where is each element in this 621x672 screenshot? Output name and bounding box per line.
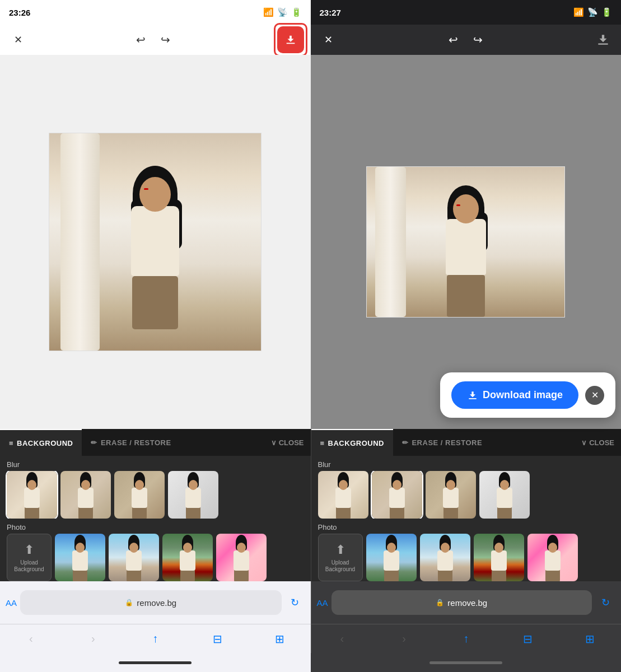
left-blur-section: Blur — [0, 456, 311, 519]
left-close-label: CLOSE — [279, 438, 304, 447]
right-photo-thumb-4[interactable] — [527, 534, 578, 581]
head-hair-group — [139, 171, 171, 212]
left-forward-button[interactable]: › — [81, 627, 105, 651]
right-undo-button[interactable]: ↩ — [442, 29, 465, 51]
right-upload-thumb[interactable]: ⬆ UploadBackground — [318, 534, 363, 581]
right-aa-label[interactable]: AA — [317, 598, 328, 608]
download-popup-label: Download image — [483, 389, 563, 401]
download-image-button[interactable]: Download image — [451, 381, 578, 409]
left-url-text: remove.bg — [137, 598, 176, 608]
left-redo-button[interactable]: ↪ — [154, 29, 176, 51]
left-toolbar: ✕ ↩ ↪ — [0, 25, 311, 55]
left-photo-frame — [49, 133, 262, 351]
left-blur-bg-4 — [168, 471, 218, 519]
right-upload-icon: ⬆ — [335, 543, 345, 557]
home-indicators — [0, 653, 621, 672]
right-battery-icon: 🔋 — [601, 7, 612, 17]
left-status-bar: 23:26 📶 📡 🔋 — [0, 0, 311, 25]
right-canvas: Download image ✕ — [311, 55, 622, 429]
left-bookmarks-button[interactable]: ⊟ — [205, 627, 230, 651]
right-close-label: CLOSE — [589, 438, 614, 447]
left-wifi-icon: 📡 — [277, 7, 288, 17]
right-tabs-button[interactable]: ⊞ — [578, 627, 603, 651]
tp3 — [114, 471, 165, 519]
right-toolbar: ✕ ↩ ↪ — [311, 25, 622, 55]
download-icon — [284, 34, 297, 46]
right-home-bar — [429, 661, 502, 664]
left-upload-thumb[interactable]: ⬆ UploadBackground — [7, 534, 52, 581]
right-download-button[interactable] — [592, 29, 614, 51]
right-bottom-panel: ≡ BACKGROUND ✏ ERASE / RESTORE ∨ CLOSE B… — [311, 429, 622, 581]
left-tab-background[interactable]: ≡ BACKGROUND — [0, 429, 82, 456]
left-blur-bg-1 — [7, 471, 57, 519]
right-nav: ‹ › ↑ ⊟ ⊞ — [311, 624, 622, 653]
left-close-button[interactable]: ✕ — [7, 29, 29, 51]
right-status-icons: 📶 📡 🔋 — [573, 7, 612, 17]
right-photo-frame — [366, 166, 565, 318]
right-close-chevron: ∨ — [581, 438, 587, 447]
right-url-text: remove.bg — [447, 598, 487, 608]
right-body-bottom — [447, 275, 485, 317]
left-blur-thumb-3[interactable] — [114, 471, 165, 519]
right-refresh-button[interactable]: ↻ — [595, 592, 615, 613]
bottom-panels: ≡ BACKGROUND ✏ ERASE / RESTORE ∨ CLOSE B… — [0, 429, 621, 581]
right-erase-label: ERASE / RESTORE — [412, 438, 482, 447]
tp2 — [60, 471, 111, 519]
left-aa-label[interactable]: AA — [6, 598, 17, 608]
left-canvas — [0, 55, 311, 429]
right-close-button[interactable]: ✕ — [317, 29, 340, 51]
right-bookmarks-button[interactable]: ⊟ — [516, 627, 540, 651]
right-photo-thumb-1[interactable] — [366, 534, 417, 581]
left-head — [139, 177, 171, 212]
right-blur-thumb-4[interactable] — [479, 471, 530, 519]
right-tab-background[interactable]: ≡ BACKGROUND — [311, 429, 393, 456]
right-share-button[interactable]: ↑ — [454, 627, 478, 651]
left-download-button[interactable] — [277, 26, 304, 53]
right-blur-thumb-1[interactable] — [318, 471, 368, 519]
left-tabs-button[interactable]: ⊞ — [267, 627, 292, 651]
left-blur-bg-2 — [60, 471, 111, 519]
right-photo-thumb-3[interactable] — [474, 534, 524, 581]
right-time: 23:27 — [320, 8, 341, 17]
right-person-container — [367, 167, 564, 317]
left-tab-close[interactable]: ∨ CLOSE — [264, 429, 311, 456]
right-photo-thumb-2[interactable] — [420, 534, 470, 581]
right-bg-icon: ≡ — [320, 439, 325, 447]
left-bg-column — [60, 133, 100, 351]
left-undo-button[interactable]: ↩ — [129, 29, 152, 51]
left-tab-erase[interactable]: ✏ ERASE / RESTORE — [82, 429, 180, 456]
right-tab-close[interactable]: ∨ CLOSE — [575, 429, 621, 456]
right-back-button[interactable]: ‹ — [330, 627, 354, 651]
tp-head — [27, 480, 36, 490]
right-photo-section: Photo ⬆ UploadBackground — [311, 519, 622, 581]
left-photo-thumb-2[interactable] — [109, 534, 159, 581]
right-fashion-photo — [367, 167, 564, 317]
left-share-button[interactable]: ↑ — [143, 627, 167, 651]
right-blur-thumb-2[interactable] — [372, 471, 422, 519]
right-blur-thumb-3[interactable] — [426, 471, 476, 519]
left-blur-thumb-2[interactable] — [60, 471, 111, 519]
left-photo-thumb-3[interactable] — [162, 534, 213, 581]
left-blur-thumb-4[interactable] — [168, 471, 218, 519]
right-bg-label: BACKGROUND — [328, 439, 384, 447]
right-url-bar[interactable]: 🔒 remove.bg — [331, 590, 592, 615]
left-body-bottom — [132, 276, 178, 329]
left-url-bar[interactable]: 🔒 remove.bg — [20, 590, 281, 615]
right-forward-button[interactable]: › — [392, 627, 417, 651]
download-popup-close[interactable]: ✕ — [585, 386, 604, 405]
right-tab-erase[interactable]: ✏ ERASE / RESTORE — [393, 429, 491, 456]
left-photo-thumbnails: ⬆ UploadBackground — [0, 534, 311, 581]
canvas-areas: Download image ✕ — [0, 55, 621, 429]
left-blur-thumb-1[interactable] — [7, 471, 57, 519]
left-blur-label: Blur — [0, 456, 311, 471]
left-bottom-panel: ≡ BACKGROUND ✏ ERASE / RESTORE ∨ CLOSE B… — [0, 429, 311, 581]
left-bg-label: BACKGROUND — [17, 439, 73, 447]
left-back-button[interactable]: ‹ — [18, 627, 43, 651]
status-bars: 23:26 📶 📡 🔋 23:27 📶 📡 🔋 — [0, 0, 621, 25]
right-redo-button[interactable]: ↪ — [467, 29, 489, 51]
left-photo-thumb-1[interactable] — [55, 534, 105, 581]
left-refresh-button[interactable]: ↻ — [285, 592, 305, 613]
left-bg-icon: ≡ — [9, 439, 13, 447]
left-photo-thumb-4[interactable] — [216, 534, 267, 581]
left-close-chevron: ∨ — [271, 438, 277, 447]
